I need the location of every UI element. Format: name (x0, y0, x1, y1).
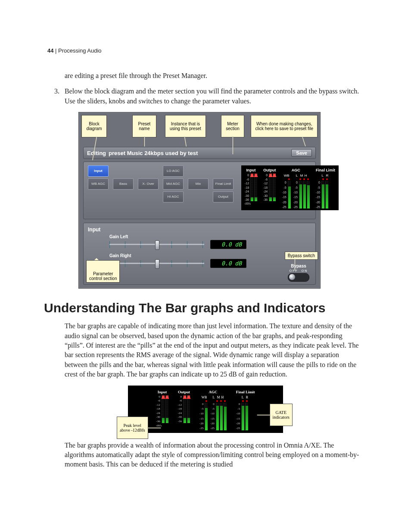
parameter-control-panel: Input Gain Left 0.0 dB Gain Right 0.0 dB (83, 223, 316, 285)
callout-label: Meter section (226, 121, 240, 131)
callout-label: Block diagram (87, 121, 102, 131)
bypass-toggle[interactable] (288, 273, 309, 282)
gain-right-slider[interactable] (109, 260, 204, 267)
bypass-title: Bypass (288, 264, 309, 268)
node-mid-agc[interactable]: Mid AGC (163, 178, 184, 190)
paragraph-1: The bar graphs are capable of indicating… (65, 321, 364, 379)
meter-agc: AGC WB L M H 0-5-10-15-20-25 0-5-10-15-2… (282, 168, 310, 208)
gain-right-control: Gain Right 0.0 dB (109, 253, 311, 268)
node-wb-agc[interactable]: WB AGC (88, 178, 109, 190)
callout-label: When done making changes, click here to … (255, 121, 313, 131)
callout-gate-indicators: GATE indicators (270, 404, 293, 426)
callout-label: Preset name (138, 121, 150, 131)
paragraph-2: The bar graphs provide a wealth of infor… (65, 441, 364, 470)
gain-left-readout: 0.0 dB (210, 240, 246, 249)
meter-closeup-figure: Peak level above -12dBfs GATE indicators… (128, 386, 283, 433)
meter-title: Input (156, 390, 168, 394)
header-separator: | (53, 47, 58, 54)
section-heading: Understanding The Bar graphs and Indicat… (44, 301, 364, 315)
callout-save-hint: When done making changes, click here to … (251, 115, 318, 137)
meter-input: Input 0-6-12-18-24-30-36 dBfs (245, 168, 257, 208)
node-mix[interactable]: Mix (188, 178, 209, 190)
meter-title: Output (178, 390, 190, 394)
node-bass[interactable]: Bass (113, 178, 134, 190)
page-number: 44 (47, 47, 53, 54)
section-label-input: Input (88, 227, 311, 233)
meter-title: Final Limit (316, 168, 335, 172)
slider-label: Gain Left (109, 234, 311, 239)
callout-preset-name: Preset name (132, 115, 156, 137)
editor-screenshot: Block diagram Preset name Instance that … (78, 112, 321, 289)
meter-final-limit: Final Limit L R 0-5-10-15-20-25 (316, 168, 335, 208)
diagram-and-meter-panel: Input LO AGC WB AGC Bass X- Over Mid AGC… (83, 162, 316, 219)
gain-left-control: Gain Left 0.0 dB (109, 234, 311, 249)
meter-title: Output (263, 168, 276, 172)
node-output[interactable]: Output (213, 191, 234, 202)
node-lo-agc[interactable]: LO AGC (163, 165, 184, 177)
gain-left-slider[interactable] (109, 241, 204, 248)
bypass-control: Bypass OFF ON (288, 264, 309, 282)
slider-label: Gain Right (109, 253, 311, 258)
block-diagram: Input LO AGC WB AGC Bass X- Over Mid AGC… (88, 165, 234, 215)
node-xover[interactable]: X- Over (138, 178, 159, 190)
meter-output: Output 0-6-12-18-24-30-36 (263, 168, 276, 208)
list-number: 3. (54, 87, 65, 106)
callout-bypass-switch: Bypass switch (285, 252, 318, 260)
callout-peak-level: Peak level above -12dBfs (117, 417, 148, 439)
meter-title: Input (245, 168, 257, 172)
list-text: Below the block diagram and the meter se… (65, 87, 364, 106)
dbfs-label: dBfs (245, 202, 257, 205)
save-button[interactable]: Save (291, 149, 312, 157)
callout-instance-name: Instance that is using this preset (165, 115, 206, 137)
gain-right-readout: 0.0 dB (210, 259, 246, 268)
callout-label: Instance that is using this preset (170, 121, 201, 131)
node-hi-agc[interactable]: HI AGC (163, 191, 184, 202)
meter-scale: 0-6-12-18-24-30-36 (245, 174, 249, 201)
meter-bar (250, 174, 253, 201)
node-final-limit[interactable]: Final Limit (213, 178, 234, 190)
meter-title: AGC (199, 390, 227, 394)
callout-parameter-section: Parameter control section (86, 260, 120, 283)
callout-block-diagram: Block diagram (81, 115, 107, 137)
meter-title: Final Limit (236, 390, 255, 394)
running-header: 44 | Processing Audio (47, 47, 364, 54)
editor-title-preset: preset Music 24kbps used by test (109, 150, 198, 156)
ordered-list-item-3: 3. Below the block diagram and the meter… (54, 87, 364, 106)
meter-bar (254, 174, 257, 201)
meter-title: AGC (282, 168, 310, 172)
editor-title-prefix: Editing (87, 150, 106, 156)
callout-meter-section: Meter section (221, 115, 244, 137)
editor-title-bar: Editing preset Music 24kbps used by test… (83, 147, 316, 159)
node-input[interactable]: Input (88, 165, 109, 177)
header-section: Processing Audio (58, 47, 101, 54)
meter-section: Input 0-6-12-18-24-30-36 dBfs Output 0-6… (241, 165, 339, 210)
intro-continuation: are editing a preset file through the Pr… (65, 71, 364, 81)
